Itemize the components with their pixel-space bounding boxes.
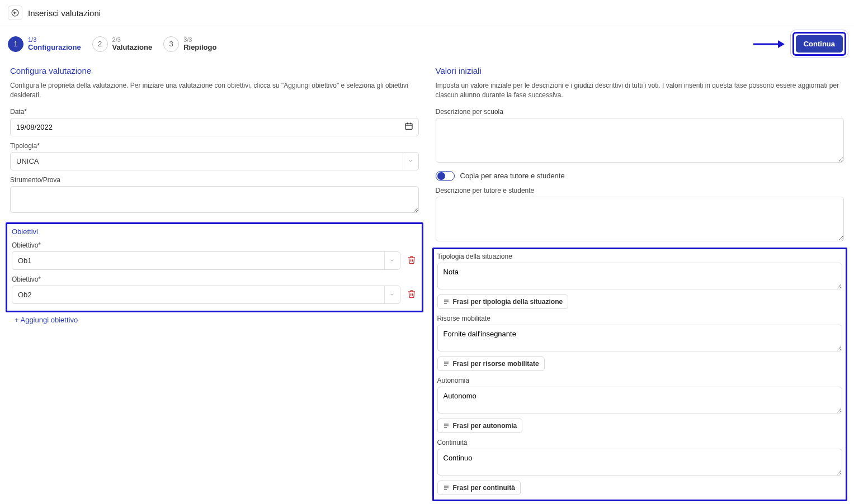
svg-marker-3 — [778, 40, 785, 48]
section-title: Configura valutazione — [10, 66, 419, 75]
delete-objective-button[interactable] — [406, 254, 417, 267]
button-label: Frasi per autonomia — [453, 422, 517, 430]
stepper: 1 1/3 Configurazione 2 2/3 Valutazione 3… — [8, 36, 216, 52]
step-configurazione[interactable]: 1 1/3 Configurazione — [8, 36, 81, 52]
page-header: Inserisci valutazioni — [0, 0, 854, 26]
stepper-bar: 1 1/3 Configurazione 2 2/3 Valutazione 3… — [0, 26, 854, 61]
type-select[interactable]: UNICA — [10, 152, 419, 170]
section-description: Imposta un valore iniziale per le descri… — [436, 81, 844, 100]
objectives-title: Obiettivi — [12, 227, 417, 236]
page-title: Inserisci valutazioni — [28, 8, 101, 18]
autonomy-label: Autonomia — [437, 377, 843, 384]
desc-school-label: Descrizione per scuola — [436, 108, 844, 116]
step-valutazione[interactable]: 2 2/3 Valutazione — [92, 36, 153, 52]
list-icon — [443, 422, 450, 429]
continue-button[interactable]: Continua — [796, 35, 843, 53]
button-label: Frasi per continuità — [453, 484, 515, 492]
date-input[interactable] — [10, 118, 419, 136]
list-icon — [443, 360, 450, 367]
date-label: Data* — [10, 108, 419, 116]
continue-region: Continua — [753, 32, 846, 56]
step-riepilogo[interactable]: 3 3/3 Riepilogo — [163, 36, 216, 52]
situation-phrases-button[interactable]: Frasi per tipologia della situazione — [437, 294, 569, 309]
autonomy-phrases-button[interactable]: Frasi per autonomia — [437, 419, 523, 433]
trash-icon — [407, 289, 416, 298]
type-label: Tipologia* — [10, 142, 419, 150]
chevron-down-icon — [384, 252, 400, 269]
chevron-down-icon — [403, 153, 418, 170]
desc-school-textarea[interactable] — [436, 118, 844, 163]
tool-textarea[interactable] — [10, 186, 419, 213]
step-fraction: 2/3 — [112, 36, 153, 43]
resources-label: Risorse mobilitate — [437, 315, 843, 322]
step-label: Configurazione — [28, 43, 81, 51]
objective-label: Obiettivo* — [12, 241, 417, 249]
list-icon — [443, 484, 450, 491]
autonomy-textarea[interactable] — [437, 387, 843, 413]
continuity-phrases-button[interactable]: Frasi per continuità — [437, 481, 521, 495]
desc-tutor-label: Descrizione per tutore e studente — [436, 187, 844, 194]
delete-objective-button[interactable] — [406, 288, 417, 301]
annotation-highlight: Tipologia della situazione Frasi per tip… — [432, 248, 848, 501]
annotation-arrow-icon — [753, 39, 785, 49]
step-number: 2 — [92, 36, 108, 52]
objective-value: Ob1 — [12, 252, 384, 269]
step-fraction: 1/3 — [28, 36, 81, 43]
section-description: Configura le proprietà della valutazione… — [10, 81, 419, 100]
toggle-knob — [437, 172, 445, 180]
objective-select[interactable]: Ob2 — [12, 286, 400, 304]
date-field-wrap — [10, 118, 419, 136]
annotation-highlight: Obiettivi Obiettivo* Ob1 Obiettivo* — [6, 222, 423, 312]
objective-row: Ob2 — [12, 286, 417, 304]
step-number: 3 — [163, 36, 179, 52]
button-label: Frasi per risorse mobilitate — [453, 360, 539, 368]
calendar-icon[interactable] — [404, 122, 413, 132]
svg-rect-4 — [405, 123, 412, 130]
left-column: Configura valutazione Configura le propr… — [10, 61, 419, 501]
annotation-highlight: Continua — [792, 32, 846, 56]
resources-textarea[interactable] — [437, 325, 843, 351]
step-fraction: 3/3 — [183, 36, 216, 43]
right-column: Valori iniziali Imposta un valore inizia… — [436, 61, 844, 501]
continuity-textarea[interactable] — [437, 449, 843, 476]
tool-label: Strumento/Prova — [10, 176, 419, 184]
objective-row: Ob1 — [12, 251, 417, 270]
objective-select[interactable]: Ob1 — [12, 251, 400, 270]
main-columns: Configura valutazione Configura le propr… — [0, 61, 854, 504]
arrow-left-icon — [11, 9, 19, 17]
copy-toggle-label: Copia per area tutore e studente — [460, 172, 565, 180]
desc-tutor-textarea[interactable] — [436, 197, 844, 241]
back-button[interactable] — [8, 6, 22, 20]
copy-toggle[interactable] — [436, 171, 455, 181]
add-objective-link[interactable]: + Aggiungi obiettivo — [15, 316, 78, 324]
situation-label: Tipologia della situazione — [437, 253, 843, 260]
continuity-label: Continuità — [437, 439, 843, 446]
copy-toggle-row: Copia per area tutore e studente — [436, 171, 844, 181]
objective-label: Obiettivo* — [12, 275, 417, 283]
section-title: Valori iniziali — [436, 66, 844, 75]
resources-phrases-button[interactable]: Frasi per risorse mobilitate — [437, 356, 545, 371]
button-label: Frasi per tipologia della situazione — [453, 298, 563, 306]
list-icon — [443, 298, 450, 305]
step-label: Valutazione — [112, 43, 153, 51]
step-number: 1 — [8, 36, 23, 52]
chevron-down-icon — [384, 286, 400, 303]
step-label: Riepilogo — [183, 43, 216, 51]
situation-textarea[interactable] — [437, 263, 843, 289]
trash-icon — [407, 255, 416, 264]
type-value: UNICA — [11, 153, 403, 170]
objective-value: Ob2 — [12, 286, 384, 303]
